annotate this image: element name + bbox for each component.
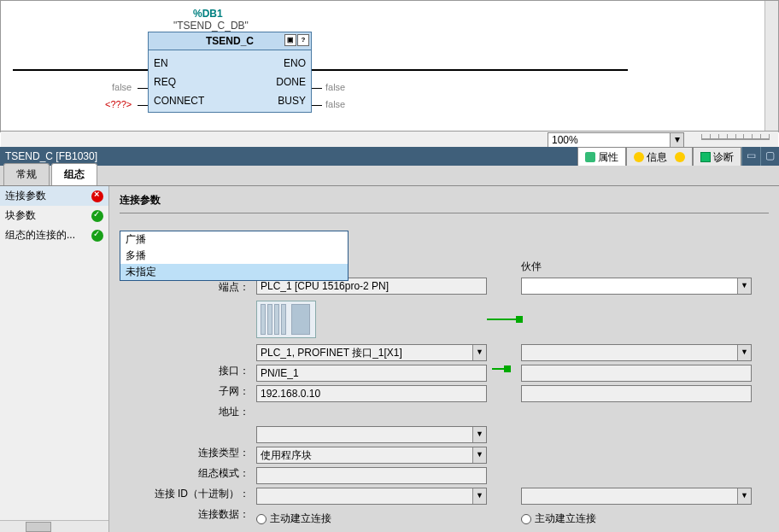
partner-option[interactable]: 未指定 xyxy=(120,264,348,280)
subnet-plug-icon xyxy=(492,363,512,375)
block-editor[interactable]: %DB1 "TSEND_C_DB" TSEND_C ▣ ? ENENO REQD… xyxy=(0,0,779,132)
label-column: 端点： 接口： 子网： 地址： 连接类型： 组态模式： 连接 ID（十进制）： … xyxy=(145,257,256,526)
block-expand-icon[interactable]: ▣ xyxy=(284,34,296,46)
diagnostics-icon xyxy=(700,152,711,162)
zoom-bar: 100% ▾ xyxy=(1,131,778,148)
block-help-icon[interactable]: ? xyxy=(297,34,309,46)
block-title: TSEND_C xyxy=(206,35,254,47)
interface-partner-field[interactable]: ▼ xyxy=(521,344,752,361)
nav-item-label: 块参数 xyxy=(5,208,36,223)
val-done[interactable]: false xyxy=(325,82,345,92)
label-conndata: 连接数据： xyxy=(145,505,249,525)
zoom-dropdown-icon[interactable]: ▾ xyxy=(670,133,683,147)
radio-icon xyxy=(521,514,531,524)
ok-icon xyxy=(91,210,103,222)
chevron-down-icon[interactable]: ▼ xyxy=(472,427,486,442)
pin-connect: CONNECT xyxy=(154,95,204,107)
config-nav: 连接参数 块参数 组态的连接的... xyxy=(0,186,109,532)
error-icon xyxy=(91,190,103,202)
divider xyxy=(120,213,769,213)
partner-option[interactable]: 多播 xyxy=(120,248,348,264)
val-busy[interactable]: false xyxy=(325,99,345,109)
radio-icon xyxy=(256,514,266,524)
power-rail-right xyxy=(312,69,628,71)
nav-block-params[interactable]: 块参数 xyxy=(0,206,108,225)
chevron-down-icon[interactable]: ▼ xyxy=(737,345,751,360)
address-partner-field[interactable] xyxy=(521,385,752,402)
ok-icon xyxy=(91,230,103,242)
info-icon xyxy=(634,152,644,162)
label-connid: 连接 ID（十进制）： xyxy=(145,484,249,505)
fb-block-tsend-c[interactable]: TSEND_C ▣ ? ENENO REQDONE CONNECTBUSY xyxy=(148,32,312,113)
properties-icon xyxy=(585,152,595,162)
wire xyxy=(312,105,322,106)
config-tabstrip: 常规 组态 xyxy=(0,166,779,186)
inspector-collapse-button[interactable]: ▭ xyxy=(741,147,760,166)
chevron-down-icon[interactable]: ▼ xyxy=(472,345,486,360)
pin-en: EN xyxy=(154,57,168,69)
chevron-down-icon[interactable]: ▼ xyxy=(737,488,751,504)
nav-configured-conn[interactable]: 组态的连接的... xyxy=(0,225,108,245)
nav-item-label: 连接参数 xyxy=(5,189,46,203)
column-partner-header: 伙伴 xyxy=(521,257,752,278)
section-title: 连接参数 xyxy=(120,193,769,208)
address-local-field[interactable]: 192.168.0.10 xyxy=(256,385,487,402)
label-interface: 接口： xyxy=(145,361,249,382)
endpoint-partner-field[interactable]: ▼ xyxy=(521,278,752,295)
zoom-slider[interactable] xyxy=(701,136,770,143)
db-symbol: %DB1 xyxy=(193,8,223,20)
tab-info[interactable]: 信息 xyxy=(626,147,693,166)
conndata-partner-field[interactable]: ▼ xyxy=(521,488,752,505)
inspector-header: TSEND_C [FB1030] 属性 信息 诊断 ▭ ▢ xyxy=(0,147,779,166)
val-req[interactable]: false xyxy=(112,82,132,92)
label-address: 地址： xyxy=(145,402,249,423)
pin-eno: ENO xyxy=(284,57,306,69)
val-connect[interactable]: <???> xyxy=(105,99,132,109)
partner-option[interactable]: 广播 xyxy=(120,231,348,248)
pin-busy: BUSY xyxy=(278,95,306,107)
confmode-field[interactable]: 使用程序块▼ xyxy=(256,447,487,464)
inspector-title: TSEND_C [FB1030] xyxy=(5,150,97,162)
info-badge-icon xyxy=(675,152,685,162)
chevron-down-icon[interactable]: ▼ xyxy=(472,488,486,504)
tab-general[interactable]: 常规 xyxy=(3,163,50,185)
interface-local-field[interactable]: PLC_1, PROFINET 接口_1[X1]▼ xyxy=(256,344,487,361)
partner-dropdown-popup[interactable]: 广播 多播 未指定 xyxy=(120,231,348,281)
conntype-field[interactable]: ▼ xyxy=(256,426,487,443)
db-name: "TSEND_C_DB" xyxy=(173,20,249,32)
conndata-local-field[interactable]: ▼ xyxy=(256,488,487,505)
editor-scrollbar[interactable] xyxy=(764,1,778,133)
tab-config[interactable]: 组态 xyxy=(51,163,97,185)
inspector-expand-button[interactable]: ▢ xyxy=(760,147,779,166)
label-conntype: 连接类型： xyxy=(145,443,249,464)
active-partner-radio[interactable]: 主动建立连接 xyxy=(521,508,752,526)
nav-item-label: 组态的连接的... xyxy=(5,228,75,243)
chevron-down-icon[interactable]: ▼ xyxy=(472,447,486,463)
zoom-value: 100% xyxy=(552,134,578,146)
pin-done: DONE xyxy=(276,76,306,88)
property-page: support.industry.siemens.com/cs 找答案 连接参数… xyxy=(109,186,779,532)
label-subnet: 子网： xyxy=(145,382,249,402)
subnet-local-field[interactable]: PN/IE_1 xyxy=(256,365,487,382)
device-image-local xyxy=(256,298,487,341)
nav-connection-params[interactable]: 连接参数 xyxy=(0,186,108,206)
pin-req: REQ xyxy=(154,76,176,88)
active-local-radio[interactable]: 主动建立连接 xyxy=(256,508,487,526)
power-rail-left xyxy=(13,69,148,71)
tab-properties[interactable]: 属性 xyxy=(577,147,626,166)
chevron-down-icon[interactable]: ▼ xyxy=(737,278,751,294)
link-column xyxy=(487,257,521,526)
wire xyxy=(138,88,148,89)
label-confmode: 组态模式： xyxy=(145,464,249,484)
zoom-combo[interactable]: 100% ▾ xyxy=(548,132,684,148)
tab-diagnostics[interactable]: 诊断 xyxy=(693,147,741,166)
nav-scrollbar[interactable] xyxy=(0,520,108,532)
link-icon xyxy=(487,319,521,320)
wire xyxy=(312,88,322,89)
connid-field[interactable] xyxy=(256,467,487,484)
wire xyxy=(138,105,148,106)
subnet-partner-field[interactable] xyxy=(521,365,752,382)
